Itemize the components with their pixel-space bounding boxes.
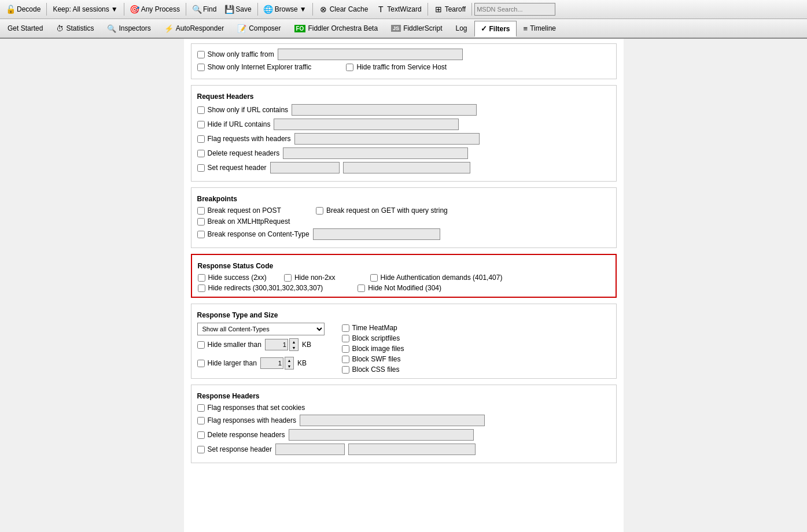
delete-response-cb-label[interactable]: Delete response headers [197, 431, 285, 439]
tab-statistics[interactable]: ⏱ Statistics [50, 20, 100, 36]
tearoff-button[interactable]: ⊞ Tearoff [430, 3, 469, 15]
hide-larger-input[interactable]: 1 [260, 357, 283, 369]
request-headers-section: Request Headers Show only if URL contain… [191, 85, 617, 182]
set-request-value-input[interactable] [343, 162, 470, 173]
hide-redirects-cb-label[interactable]: Hide redirects (300,301,302,303,307) [198, 284, 323, 292]
hide-service-host-checkbox[interactable] [346, 64, 353, 71]
set-response-value-input[interactable] [348, 444, 476, 455]
dropdown-arrow-icon: ▼ [111, 5, 118, 13]
set-request-name-input[interactable] [270, 162, 340, 173]
larger-down-arrow[interactable]: ▼ [285, 363, 293, 369]
break-xml-checkbox[interactable] [197, 218, 205, 226]
delete-request-cb-label[interactable]: Delete request headers [197, 149, 280, 157]
delete-response-input[interactable] [289, 429, 474, 441]
break-response-cb-label[interactable]: Break response on Content-Type [197, 230, 309, 238]
hide-url-cb-label[interactable]: Hide if URL contains [197, 120, 271, 128]
tab-fiddler-orchestra[interactable]: FO Fiddler Orchestra Beta [288, 20, 385, 36]
block-imagefiles-cb-label[interactable]: Block image files [342, 345, 404, 353]
time-heatmap-cb-label[interactable]: Time HeatMap [342, 324, 404, 332]
save-button[interactable]: 💾 Save [221, 3, 255, 15]
tab-filters[interactable]: ✓ Filters [474, 21, 517, 37]
larger-spinner-arrows: ▲ ▼ [285, 357, 294, 370]
block-css-cb-label[interactable]: Block CSS files [342, 365, 404, 374]
hide-larger-cb-label[interactable]: Hide larger than [197, 359, 257, 367]
larger-up-arrow[interactable]: ▲ [285, 357, 293, 363]
clear-cache-button[interactable]: ⊗ Clear Cache [315, 3, 372, 15]
tab-timeline[interactable]: ≡ Timeline [517, 20, 563, 36]
break-post-checkbox[interactable] [197, 207, 205, 215]
set-response-name-input[interactable] [275, 444, 345, 455]
any-process-button[interactable]: 🎯 Any Process [127, 3, 183, 15]
tab-fiddlerscript[interactable]: JS FiddlerScript [385, 20, 448, 36]
decode-button[interactable]: 🔓 Decode [2, 3, 44, 15]
show-only-traffic-cb-label[interactable]: Show only traffic from [197, 50, 274, 58]
delete-request-input[interactable] [283, 147, 468, 159]
block-imagefiles-checkbox[interactable] [342, 345, 349, 353]
tab-log[interactable]: Log [449, 20, 473, 36]
hide-smaller-cb-label[interactable]: Hide smaller than [197, 341, 261, 349]
show-only-traffic-input[interactable] [278, 49, 463, 60]
tab-autoresponder[interactable]: ⚡ AutoResponder [158, 20, 230, 36]
content-type-select[interactable]: Show all Content-Types Hide image files … [197, 323, 325, 335]
flag-responses-input[interactable] [300, 415, 485, 426]
find-button[interactable]: 🔍 Find [189, 3, 220, 15]
delete-request-checkbox[interactable] [197, 150, 205, 157]
kb-label-2: KB [297, 359, 307, 367]
show-url-cb-label[interactable]: Show only if URL contains [197, 106, 289, 114]
hide-redirects-checkbox[interactable] [198, 285, 205, 292]
block-swf-cb-label[interactable]: Block SWF files [342, 355, 404, 363]
break-response-checkbox[interactable] [197, 231, 205, 238]
break-post-cb-label[interactable]: Break request on POST [197, 206, 281, 215]
target-icon: 🎯 [130, 5, 139, 14]
hide-success-checkbox[interactable] [198, 274, 205, 282]
set-request-cb-label[interactable]: Set request header [197, 164, 267, 172]
hide-url-input[interactable] [274, 119, 459, 130]
set-request-checkbox[interactable] [197, 164, 205, 172]
tab-get-started[interactable]: Get Started [1, 20, 49, 36]
flag-cookies-checkbox[interactable] [197, 404, 205, 412]
hide-non2xx-checkbox[interactable] [284, 274, 292, 282]
smaller-up-arrow[interactable]: ▲ [290, 339, 298, 345]
time-heatmap-checkbox[interactable] [342, 324, 349, 332]
msdn-search-input[interactable] [474, 3, 555, 16]
tab-composer[interactable]: 📝 Composer [231, 20, 287, 36]
flag-responses-checkbox[interactable] [197, 417, 205, 424]
smaller-down-arrow[interactable]: ▼ [290, 345, 298, 350]
hide-non2xx-cb-label[interactable]: Hide non-2xx [284, 274, 336, 282]
textwizard-button[interactable]: T TextWizard [373, 3, 425, 15]
show-ie-cb-label[interactable]: Show only Internet Explorer traffic [197, 63, 312, 71]
block-scriptfiles-cb-label[interactable]: Block scriptfiles [342, 334, 404, 342]
flag-requests-cb-label[interactable]: Flag requests with headers [197, 135, 291, 143]
hide-auth-checkbox[interactable] [370, 274, 378, 282]
hide-not-modified-checkbox[interactable] [358, 285, 365, 292]
flag-requests-input[interactable] [294, 133, 480, 145]
tab-inspectors[interactable]: 🔍 Inspectors [101, 20, 157, 36]
hide-service-host-cb-label[interactable]: Hide traffic from Service Host [346, 63, 447, 71]
set-response-checkbox[interactable] [197, 446, 205, 453]
set-response-cb-label[interactable]: Set response header [197, 445, 272, 453]
flag-responses-cb-label[interactable]: Flag responses with headers [197, 416, 296, 424]
block-css-checkbox[interactable] [342, 366, 349, 374]
show-url-input[interactable] [292, 104, 477, 116]
block-swf-checkbox[interactable] [342, 356, 349, 363]
show-url-checkbox[interactable] [197, 106, 205, 114]
break-xml-cb-label[interactable]: Break on XMLHttpRequest [197, 217, 290, 226]
break-get-cb-label[interactable]: Break request on GET with query string [316, 206, 448, 215]
break-get-checkbox[interactable] [316, 207, 323, 215]
hide-smaller-input[interactable]: 1 [265, 339, 288, 350]
hide-success-cb-label[interactable]: Hide success (2xx) [198, 274, 267, 282]
show-ie-checkbox[interactable] [197, 64, 205, 71]
keep-sessions-button[interactable]: Keep: All sessions ▼ [49, 4, 121, 14]
show-only-traffic-checkbox[interactable] [197, 51, 205, 58]
hide-not-modified-cb-label[interactable]: Hide Not Modified (304) [358, 284, 441, 292]
hide-url-checkbox[interactable] [197, 121, 205, 128]
flag-cookies-cb-label[interactable]: Flag responses that set cookies [197, 404, 305, 412]
flag-requests-checkbox[interactable] [197, 135, 205, 143]
block-scriptfiles-checkbox[interactable] [342, 335, 349, 342]
hide-auth-cb-label[interactable]: Hide Authentication demands (401,407) [370, 274, 503, 282]
browse-button[interactable]: 🌐 Browse ▼ [260, 3, 310, 15]
delete-response-checkbox[interactable] [197, 431, 205, 439]
hide-larger-checkbox[interactable] [197, 360, 205, 367]
hide-smaller-checkbox[interactable] [197, 341, 205, 349]
break-response-input[interactable] [313, 228, 440, 240]
